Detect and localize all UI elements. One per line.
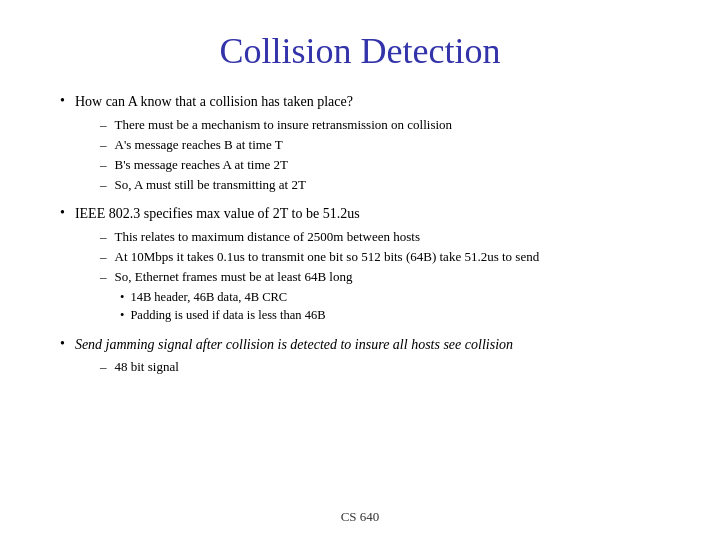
main-bullet-1-text: How can A know that a collision has take…: [75, 92, 353, 112]
main-bullet-3-text: Send jamming signal after collision is d…: [75, 335, 513, 355]
content-area: • How can A know that a collision has ta…: [50, 92, 670, 376]
sub-dash-1-2: –: [100, 136, 107, 154]
sub-sub-bullet-2-1: • 14B header, 46B data, 4B CRC: [120, 289, 670, 307]
sub-sub-bullets-2: • 14B header, 46B data, 4B CRC • Padding…: [100, 289, 670, 325]
bullet-section-3: • Send jamming signal after collision is…: [60, 335, 670, 377]
sub-bullet-1-4: – So, A must still be transmitting at 2T: [100, 176, 670, 194]
main-bullet-1: • How can A know that a collision has ta…: [60, 92, 670, 112]
sub-sub-bullet-2-2-text: Padding is used if data is less than 46B: [130, 307, 325, 325]
sub-bullet-1-4-text: So, A must still be transmitting at 2T: [115, 176, 306, 194]
sub-bullet-3-1-text: 48 bit signal: [115, 358, 179, 376]
sub-sub-dot-2-1: •: [120, 289, 124, 307]
sub-bullet-1-1-text: There must be a mechanism to insure retr…: [115, 116, 453, 134]
sub-sub-bullet-2-2: • Padding is used if data is less than 4…: [120, 307, 670, 325]
sub-bullet-2-2: – At 10Mbps it takes 0.1us to transmit o…: [100, 248, 670, 266]
bullet-dot-2: •: [60, 205, 65, 221]
sub-dash-1-1: –: [100, 116, 107, 134]
bullet-section-2: • IEEE 802.3 specifies max value of 2T t…: [60, 204, 670, 324]
main-bullet-2-text: IEEE 802.3 specifies max value of 2T to …: [75, 204, 360, 224]
sub-bullets-2: – This relates to maximum distance of 25…: [60, 228, 670, 325]
sub-bullet-2-3: – So, Ethernet frames must be at least 6…: [100, 268, 670, 286]
footer-text: CS 640: [341, 509, 380, 524]
sub-bullet-3-1: – 48 bit signal: [100, 358, 670, 376]
sub-dash-2-2: –: [100, 248, 107, 266]
sub-bullet-2-1-text: This relates to maximum distance of 2500…: [115, 228, 420, 246]
sub-bullets-3: – 48 bit signal: [60, 358, 670, 376]
sub-bullet-1-2-text: A's message reaches B at time T: [115, 136, 283, 154]
sub-sub-bullet-2-1-text: 14B header, 46B data, 4B CRC: [130, 289, 287, 307]
sub-dash-2-1: –: [100, 228, 107, 246]
sub-dash-1-3: –: [100, 156, 107, 174]
sub-bullet-1-3-text: B's message reaches A at time 2T: [115, 156, 288, 174]
sub-bullets-1: – There must be a mechanism to insure re…: [60, 116, 670, 195]
sub-bullet-1-1: – There must be a mechanism to insure re…: [100, 116, 670, 134]
sub-sub-dot-2-2: •: [120, 307, 124, 325]
sub-dash-3-1: –: [100, 358, 107, 376]
sub-bullet-2-2-text: At 10Mbps it takes 0.1us to transmit one…: [115, 248, 540, 266]
slide: Collision Detection • How can A know tha…: [0, 0, 720, 540]
bullet-section-1: • How can A know that a collision has ta…: [60, 92, 670, 194]
sub-dash-1-4: –: [100, 176, 107, 194]
sub-bullet-2-3-text: So, Ethernet frames must be at least 64B…: [115, 268, 353, 286]
main-bullet-2: • IEEE 802.3 specifies max value of 2T t…: [60, 204, 670, 224]
sub-bullet-1-2: – A's message reaches B at time T: [100, 136, 670, 154]
sub-bullet-2-1: – This relates to maximum distance of 25…: [100, 228, 670, 246]
sub-dash-2-3: –: [100, 268, 107, 286]
main-bullet-3: • Send jamming signal after collision is…: [60, 335, 670, 355]
sub-bullet-1-3: – B's message reaches A at time 2T: [100, 156, 670, 174]
slide-title: Collision Detection: [50, 30, 670, 72]
footer: CS 640: [0, 509, 720, 525]
bullet-dot-3: •: [60, 336, 65, 352]
bullet-dot-1: •: [60, 93, 65, 109]
